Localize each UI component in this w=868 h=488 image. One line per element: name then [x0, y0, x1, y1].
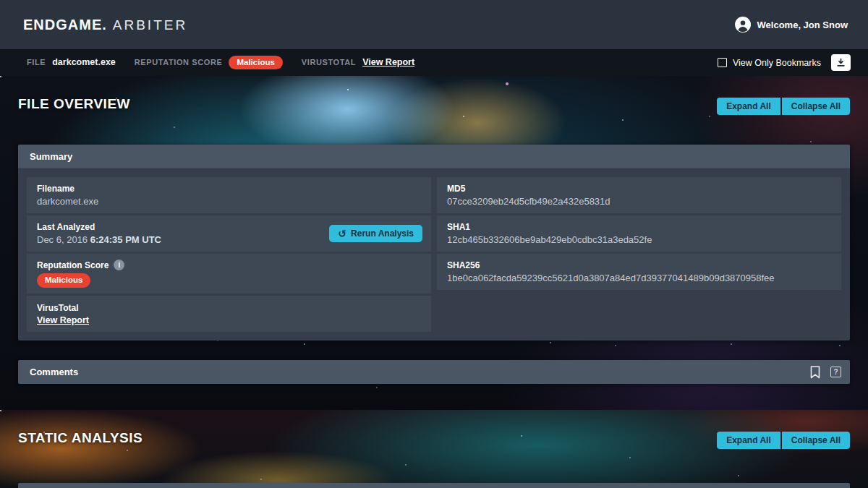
comments-title: Comments — [30, 367, 78, 377]
file-info-bar: FILE darkcomet.exe REPUTATION SCORE Mali… — [0, 49, 868, 76]
reputation-score-label: Reputation Score i — [37, 260, 421, 270]
welcome-text: Welcome, Jon Snow — [757, 20, 848, 30]
file-overview-title: FILE OVERVIEW — [18, 96, 130, 112]
static-analysis-actions: Expand All Collapse All — [717, 432, 850, 449]
reputation-label: REPUTATION SCORE — [135, 58, 223, 67]
summary-panel: Summary Filename darkcomet.exe Last Anal… — [18, 145, 850, 341]
bookmarks-checkbox[interactable] — [718, 58, 727, 67]
download-icon — [835, 57, 846, 68]
help-icon: ? — [830, 367, 841, 377]
virustotal-label: VIRUSTOTAL — [302, 58, 356, 67]
filename-field: Filename darkcomet.exe — [27, 177, 431, 213]
summary-title: Summary — [30, 151, 72, 162]
last-analyzed-field: Last Analyzed Dec 6, 2016 6:24:35 PM UTC… — [27, 215, 431, 252]
sha256-field: SHA256 1be0ca062facda59239cc5621d0a3807a… — [437, 254, 841, 290]
bookmark-button[interactable] — [810, 366, 820, 379]
brand-logo: ENDGAME. ARBITER — [23, 17, 187, 33]
file-label: FILE — [27, 58, 46, 67]
virustotal-report-link[interactable]: View Report — [362, 57, 414, 67]
sha1-value: 12cb465b332606be9ab429eb0cdbc31a3eda52fe — [447, 234, 831, 245]
top-bar: ENDGAME. ARBITER Welcome, Jon Snow — [0, 0, 868, 49]
rerun-analysis-label: Rerun Analysis — [351, 228, 414, 239]
file-overview-header: FILE OVERVIEW Expand All Collapse All — [0, 76, 868, 115]
brand-primary: ENDGAME. — [23, 17, 107, 33]
brand-secondary: ARBITER — [113, 17, 187, 33]
filename-label: Filename — [37, 184, 421, 194]
filename-value: darkcomet.exe — [37, 196, 421, 207]
last-analyzed-time: 6:24:35 PM UTC — [90, 234, 161, 245]
md5-label: MD5 — [447, 184, 831, 194]
user-avatar-icon — [735, 17, 751, 33]
last-analyzed-date: Dec 6, 2016 — [37, 234, 88, 245]
bookmarks-checkbox-label: View Only Bookmarks — [733, 58, 821, 68]
comments-icons: ? — [810, 366, 841, 379]
static-expand-all-button[interactable]: Expand All — [717, 432, 780, 449]
rerun-analysis-button[interactable]: ↺ Rerun Analysis — [329, 225, 422, 242]
download-report-button[interactable] — [831, 54, 851, 71]
sha1-label: SHA1 — [447, 222, 831, 232]
summary-right-column: MD5 07cce3209eb24d5cfb49e2a432e5831d SHA… — [437, 177, 841, 290]
help-button[interactable]: ? — [830, 367, 841, 377]
file-overview-actions: Expand All Collapse All — [717, 98, 850, 115]
file-info-items: FILE darkcomet.exe REPUTATION SCORE Mali… — [27, 56, 414, 70]
file-info-actions: View Only Bookmarks — [718, 54, 851, 71]
sha1-field: SHA1 12cb465b332606be9ab429eb0cdbc31a3ed… — [437, 215, 841, 252]
summary-left-column: Filename darkcomet.exe Last Analyzed Dec… — [27, 177, 431, 332]
arbiter-app: ENDGAME. ARBITER Welcome, Jon Snow FILE … — [0, 0, 868, 488]
rerun-icon: ↺ — [338, 228, 346, 239]
virustotal-field-label: VirusTotal — [37, 303, 421, 313]
file-info-filename: FILE darkcomet.exe — [27, 57, 116, 67]
reputation-score-field: Reputation Score i Malicious — [27, 254, 431, 294]
file-overview-section: FILE OVERVIEW Expand All Collapse All Su… — [0, 76, 868, 410]
sha256-label: SHA256 — [447, 260, 831, 270]
file-info-virustotal: VIRUSTOTAL View Report — [302, 57, 414, 67]
virustotal-field: VirusTotal View Report — [27, 296, 431, 332]
static-analysis-section: STATIC ANALYSIS Expand All Collapse All — [0, 410, 868, 488]
summary-panel-header[interactable]: Summary — [18, 145, 850, 168]
expand-all-button[interactable]: Expand All — [717, 98, 780, 115]
bookmark-icon — [810, 366, 820, 379]
summary-panel-body: Filename darkcomet.exe Last Analyzed Dec… — [18, 168, 850, 341]
reputation-score-badge: Malicious — [37, 273, 90, 288]
md5-field: MD5 07cce3209eb24d5cfb49e2a432e5831d — [437, 177, 841, 213]
reputation-score-label-text: Reputation Score — [37, 260, 109, 270]
sha256-value: 1be0ca062facda59239cc5621d0a3807a84ed7d3… — [447, 273, 831, 283]
static-analysis-header: STATIC ANALYSIS Expand All Collapse All — [0, 410, 868, 449]
view-only-bookmarks-toggle[interactable]: View Only Bookmarks — [718, 58, 821, 68]
comments-panel-header[interactable]: Comments ? — [18, 360, 850, 384]
user-menu[interactable]: Welcome, Jon Snow — [735, 17, 848, 33]
file-info-reputation: REPUTATION SCORE Malicious — [135, 56, 283, 70]
virustotal-view-report-link[interactable]: View Report — [37, 315, 421, 325]
static-collapse-all-button[interactable]: Collapse All — [782, 432, 850, 449]
reputation-badge: Malicious — [229, 56, 282, 70]
static-analysis-title: STATIC ANALYSIS — [18, 430, 142, 446]
md5-value: 07cce3209eb24d5cfb49e2a432e5831d — [447, 196, 831, 207]
info-icon[interactable]: i — [114, 260, 124, 270]
collapse-all-button[interactable]: Collapse All — [782, 98, 850, 115]
file-value: darkcomet.exe — [52, 57, 116, 67]
next-panel-edge — [18, 483, 850, 488]
